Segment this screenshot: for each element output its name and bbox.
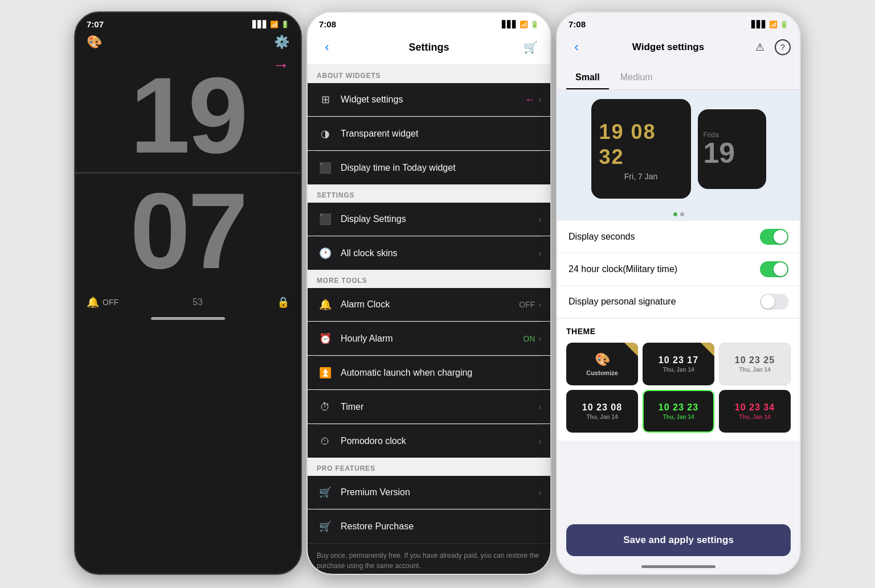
save-apply-button[interactable]: Save and apply settings xyxy=(566,524,791,556)
widget-tabs: Small Medium xyxy=(557,64,800,90)
section-more-tools: MORE TOOLS xyxy=(308,270,550,288)
wifi-icon-2: 📶 xyxy=(520,20,528,28)
hourly-alarm-icon: ⏰ xyxy=(317,330,334,347)
section-about-widgets: ABOUT WIDGETS xyxy=(308,65,550,83)
help-icon[interactable]: ? xyxy=(775,39,791,55)
alarm-clock-item[interactable]: 🔔 Alarm Clock OFF › xyxy=(308,288,550,322)
alarm-clock-chevron: › xyxy=(538,300,541,309)
theme-1-time: 10 23 17 xyxy=(659,355,698,365)
home-indicator-1[interactable] xyxy=(151,317,225,320)
theme-4-time: 10 23 23 xyxy=(659,402,698,413)
transparent-widget-item[interactable]: ◑ Transparent widget xyxy=(308,117,550,151)
alarm-clock-label: Alarm Clock xyxy=(341,299,519,310)
display-settings-icon: ⬛ xyxy=(317,211,334,228)
settings-list: ABOUT WIDGETS ⊞ Widget settings ← › ◑ Tr… xyxy=(308,65,550,574)
toggle-display-seconds-knob xyxy=(774,230,787,244)
theme-customize[interactable]: 🎨 Customize xyxy=(566,343,638,385)
alarm-label: OFF xyxy=(103,298,118,307)
cart-icon[interactable]: 🛒 xyxy=(521,37,541,57)
gear-icon[interactable]: ⚙️ xyxy=(274,35,289,50)
clock-skins-label: All clock skins xyxy=(341,248,538,258)
auto-launch-item[interactable]: ⏫ Automatic launch when charging xyxy=(308,356,550,390)
alarm-clock-icon: 🔔 xyxy=(317,296,334,313)
restore-purchase-icon: 🛒 xyxy=(317,518,334,535)
display-time-item[interactable]: ⬛ Display time in Today widget xyxy=(308,151,550,184)
status-time-3: 7:08 xyxy=(569,19,586,29)
theme-1[interactable]: 10 23 17 Thu, Jan 14 xyxy=(643,343,714,385)
toggle-signature: Display personal signature xyxy=(557,286,800,318)
clock-bottom-bar: 🔔 OFF 53 🔒 xyxy=(75,290,301,317)
hourly-alarm-chevron: › xyxy=(538,334,541,343)
premium-item[interactable]: 🛒 Premium Version › xyxy=(308,476,550,509)
pomodoro-label: Pomodoro clock xyxy=(341,436,538,446)
theme-2-time: 10 23 25 xyxy=(735,355,775,365)
about-widgets-group: ⊞ Widget settings ← › ◑ Transparent widg… xyxy=(308,83,550,184)
dot-1 xyxy=(673,212,677,216)
premium-icon: 🛒 xyxy=(317,484,334,501)
toggle-24hour-switch[interactable] xyxy=(760,261,788,277)
restore-purchase-item[interactable]: 🛒 Restore Purchase xyxy=(308,510,550,543)
transparent-label: Transparent widget xyxy=(341,129,541,139)
wifi-icon-1: 📶 xyxy=(270,20,279,28)
widget-settings-navbar: ‹ Widget settings ⚠ ? xyxy=(557,32,800,64)
save-btn-area: Save and apply settings xyxy=(557,515,800,565)
timer-label: Timer xyxy=(341,402,538,412)
bell-icon: 🔔 xyxy=(87,296,99,309)
status-bar-3: 7:08 ▋▋▋ 📶 🔋 xyxy=(557,13,800,32)
widget-preview-time: 19 08 32 xyxy=(599,118,683,168)
tab-medium[interactable]: Medium xyxy=(611,67,662,89)
widget-settings-item[interactable]: ⊞ Widget settings ← › xyxy=(308,83,550,117)
pink-arrow-2: ← xyxy=(525,94,535,106)
toggle-section: Display seconds 24 hour clock(Military t… xyxy=(557,221,800,318)
theme-section: THEME 🎨 Customize 10 23 17 Thu, Jan 14 xyxy=(557,319,800,441)
theme-3[interactable]: 10 23 08 Thu, Jan 14 xyxy=(566,390,638,433)
alarm-status: 🔔 OFF xyxy=(87,296,118,309)
nav-right-icons: ⚠ ? xyxy=(750,37,791,57)
toggle-signature-knob xyxy=(761,295,775,309)
section-settings: SETTINGS xyxy=(308,184,550,203)
spacer xyxy=(557,441,800,515)
settings-group: ⬛ Display Settings › 🕐 All clock skins › xyxy=(308,203,550,270)
toggle-display-seconds-label: Display seconds xyxy=(569,232,760,242)
battery-icon-2: 🔋 xyxy=(530,20,539,28)
toggle-display-seconds-switch[interactable] xyxy=(760,229,788,245)
clock-skins-item[interactable]: 🕐 All clock skins › xyxy=(308,237,550,270)
more-tools-group: 🔔 Alarm Clock OFF › ⏰ Hourly Alarm ON › … xyxy=(308,288,550,458)
pomodoro-item[interactable]: ⏲ Pomodoro clock › xyxy=(308,425,550,458)
section-pro-features: PRO FEATURES xyxy=(308,458,550,476)
home-indicator-3[interactable] xyxy=(641,565,715,568)
lock-icon: 🔒 xyxy=(277,296,289,309)
warning-icon[interactable]: ⚠ xyxy=(750,37,770,57)
theme-4[interactable]: 10 23 23 Thu, Jan 14 xyxy=(643,390,714,433)
widget-preview-date: Fri, 7 Jan xyxy=(624,172,657,181)
theme-1-badge xyxy=(701,343,714,356)
theme-5-time: 10 23 34 xyxy=(735,402,775,413)
toggle-24hour-knob xyxy=(774,262,787,276)
theme-1-date: Thu, Jan 14 xyxy=(663,367,694,373)
hourly-alarm-item[interactable]: ⏰ Hourly Alarm ON › xyxy=(308,322,550,356)
toggle-signature-switch[interactable] xyxy=(760,294,788,310)
customize-text: Customize xyxy=(586,369,618,376)
status-bar-1: 7:07 ▋▋▋ 📶 🔋 xyxy=(75,13,301,32)
status-icons-3: ▋▋▋ 📶 🔋 xyxy=(751,20,788,28)
status-time-1: 7:07 xyxy=(87,19,104,29)
back-button-3[interactable]: ‹ xyxy=(566,37,587,57)
clock-minute: 07 xyxy=(75,176,301,285)
theme-2[interactable]: 10 23 25 Thu, Jan 14 xyxy=(719,343,791,385)
premium-label: Premium Version xyxy=(341,487,538,497)
theme-title: THEME xyxy=(566,327,791,336)
theme-5-date: Thu, Jan 14 xyxy=(739,414,770,420)
toggle-display-seconds: Display seconds xyxy=(557,221,800,253)
back-button-2[interactable]: ‹ xyxy=(317,37,337,57)
wifi-icon-3: 📶 xyxy=(769,20,778,28)
display-settings-item[interactable]: ⬛ Display Settings › xyxy=(308,203,550,236)
tab-small[interactable]: Small xyxy=(566,67,609,89)
signal-icon-3: ▋▋▋ xyxy=(751,20,767,28)
theme-5[interactable]: 10 23 34 Thu, Jan 14 xyxy=(719,390,791,433)
customize-badge xyxy=(624,343,638,356)
palette-icon[interactable]: 🎨 xyxy=(87,35,102,50)
hourly-alarm-value: ON xyxy=(523,334,535,343)
timer-item[interactable]: ⏱ Timer › xyxy=(308,390,550,424)
display-settings-label: Display Settings xyxy=(341,214,538,224)
pink-arrow-1: → xyxy=(272,55,289,75)
